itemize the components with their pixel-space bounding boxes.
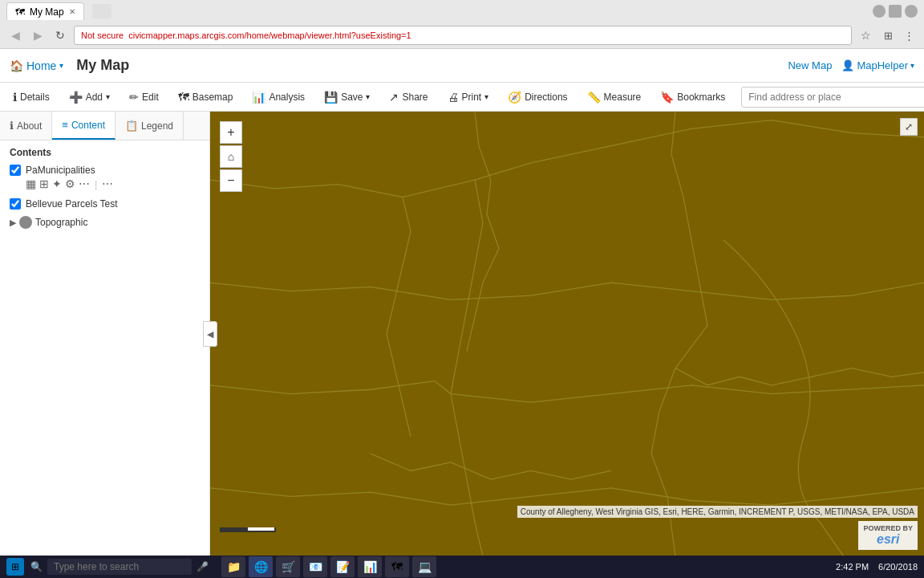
layer-municipalities-checkbox[interactable]	[10, 165, 21, 176]
voice-search-icon: 🎤	[197, 561, 209, 572]
save-button[interactable]: 💾 Save ▾	[318, 88, 376, 107]
menu-button[interactable]: ⋮	[900, 26, 918, 44]
taskbar-app-browser[interactable]: 🌐	[249, 556, 273, 577]
tab-legend[interactable]: 📋 Legend	[116, 112, 184, 140]
layer-more-icon[interactable]: ⋯	[79, 177, 90, 190]
analysis-button[interactable]: 📊 Analysis	[245, 88, 311, 107]
taskbar-app-mail[interactable]: 📧	[303, 556, 327, 577]
home-button[interactable]: ⌂	[220, 145, 242, 168]
new-tab-button[interactable]	[92, 4, 111, 18]
zoom-in-button[interactable]: +	[220, 121, 242, 144]
map-helper-label: MapHelper	[857, 59, 908, 71]
basemap-icon: 🗺	[178, 91, 189, 104]
new-map-link[interactable]: New Map	[788, 59, 832, 71]
layer-topographic-row[interactable]: ▶ Topographic	[10, 216, 200, 229]
add-label: Add	[86, 92, 103, 103]
layer-topographic: ▶ Topographic	[0, 213, 209, 232]
map-expand-button[interactable]: ⤢	[900, 118, 918, 136]
basemap-button[interactable]: 🗺 Basemap	[172, 88, 240, 107]
bookmark-button[interactable]: ☆	[857, 26, 874, 44]
layer-bellevue-row: Bellevue Parcels Test	[10, 198, 200, 210]
bookmarks-button[interactable]: 🔖 Bookmarks	[654, 88, 732, 107]
details-button[interactable]: ℹ Details	[6, 88, 56, 107]
print-icon: 🖨	[448, 91, 459, 104]
browser-chrome: 🗺 My Map ✕ ◀ ▶ ↻ Not secure civicmapper.…	[0, 0, 924, 49]
layer-bellevue-name: Bellevue Parcels Test	[26, 198, 118, 210]
map-controls: + ⌂ −	[220, 121, 242, 192]
edit-label: Edit	[142, 92, 159, 103]
layer-municipalities-row: PaMunicipalities	[10, 165, 200, 176]
layer-municipalities-name: PaMunicipalities	[26, 165, 95, 176]
layer-topographic-name: Topographic	[35, 217, 87, 228]
address-box[interactable]: Not secure civicmapper.maps.arcgis.com/h…	[74, 26, 852, 45]
extensions-button[interactable]: ⊞	[879, 26, 897, 44]
save-label: Save	[341, 92, 363, 103]
close-window-button[interactable]	[905, 5, 918, 18]
taskbar-search-area: 🔍 🎤	[30, 559, 209, 575]
home-icon: 🏠	[10, 59, 23, 72]
share-button[interactable]: ↗ Share	[383, 88, 434, 107]
microphone-icon: 🔍	[30, 561, 43, 572]
measure-icon: 📏	[587, 91, 601, 104]
taskbar-time: 2:42 PM	[836, 562, 869, 572]
maximize-button[interactable]	[889, 5, 902, 18]
tab-legend-label: Legend	[141, 120, 173, 132]
tab-favicon: 🗺	[15, 6, 25, 18]
layer-bellevue-checkbox[interactable]	[10, 198, 21, 210]
security-indicator: Not secure	[81, 31, 124, 40]
tab-close-button[interactable]: ✕	[69, 7, 75, 16]
taskbar-app-maps[interactable]: 🗺	[385, 556, 409, 577]
print-button[interactable]: 🖨 Print ▾	[441, 88, 496, 107]
taskbar-search-input[interactable]	[47, 559, 192, 575]
taskbar-apps: 📁 🌐 🛒 📧 📝 📊 🗺 💻	[221, 556, 436, 577]
layer-extra-icon[interactable]: ⋯	[102, 177, 113, 190]
windows-start-button[interactable]: ⊞	[6, 558, 24, 576]
browser-tab[interactable]: 🗺 My Map ✕	[6, 2, 84, 20]
layer-municipalities: PaMunicipalities ▦ ⊞ ✦ ⚙ ⋯ | ⋯	[0, 161, 209, 195]
taskbar-app-word[interactable]: 📝	[330, 556, 355, 577]
scale-bar	[220, 527, 276, 532]
home-label: Home	[26, 59, 56, 72]
tab-content[interactable]: ≡ Content	[52, 112, 116, 140]
about-icon: ℹ	[10, 120, 14, 132]
measure-label: Measure	[604, 92, 642, 103]
forward-button[interactable]: ▶	[29, 26, 47, 44]
sidebar-tabs: ℹ About ≡ Content 📋 Legend	[0, 112, 209, 140]
home-chevron-icon: ▾	[59, 61, 63, 70]
browser-actions: ⊞ ⋮	[879, 26, 918, 44]
tab-about[interactable]: ℹ About	[0, 112, 52, 140]
add-icon: ➕	[69, 91, 83, 104]
taskbar-app-excel[interactable]: 📊	[358, 556, 382, 577]
tab-title: My Map	[30, 6, 64, 18]
map-helper-icon: 👤	[841, 59, 854, 71]
taskbar-app-terminal[interactable]: 💻	[412, 556, 436, 577]
main-layout: ℹ About ≡ Content 📋 Legend Contents PaMu…	[0, 112, 924, 556]
map-area[interactable]: + ⌂ − ⤢ County of Allegheny, West Virgin…	[210, 112, 924, 556]
search-input[interactable]	[741, 87, 924, 108]
edit-icon: ✏	[129, 91, 139, 104]
app-header: 🏠 Home ▾ My Map New Map 👤 MapHelper ▾	[0, 49, 924, 83]
layer-filter-icon[interactable]: ⊞	[39, 177, 49, 190]
directions-button[interactable]: 🧭 Directions	[501, 88, 573, 107]
sidebar-collapse-button[interactable]: ◀	[203, 321, 217, 347]
contents-heading: Contents	[0, 140, 209, 161]
back-button[interactable]: ◀	[6, 26, 24, 44]
details-label: Details	[20, 92, 50, 103]
minimize-button[interactable]	[873, 5, 886, 18]
directions-label: Directions	[525, 92, 567, 103]
bookmarks-icon: 🔖	[660, 91, 674, 104]
layer-style-icon[interactable]: ✦	[52, 177, 62, 190]
app-title: My Map	[76, 57, 775, 74]
add-button[interactable]: ➕ Add ▾	[63, 88, 116, 107]
measure-button[interactable]: 📏 Measure	[581, 88, 648, 107]
layer-show-table-icon[interactable]: ▦	[26, 177, 36, 190]
share-icon: ↗	[389, 91, 399, 104]
map-helper-link[interactable]: 👤 MapHelper ▾	[841, 59, 914, 71]
taskbar-app-store[interactable]: 🛒	[276, 556, 300, 577]
edit-button[interactable]: ✏ Edit	[123, 88, 165, 107]
home-link[interactable]: 🏠 Home ▾	[10, 59, 63, 72]
refresh-button[interactable]: ↻	[51, 26, 69, 44]
zoom-out-button[interactable]: −	[220, 169, 242, 192]
layer-analysis-icon[interactable]: ⚙	[65, 177, 75, 190]
taskbar-app-file-explorer[interactable]: 📁	[221, 556, 245, 577]
